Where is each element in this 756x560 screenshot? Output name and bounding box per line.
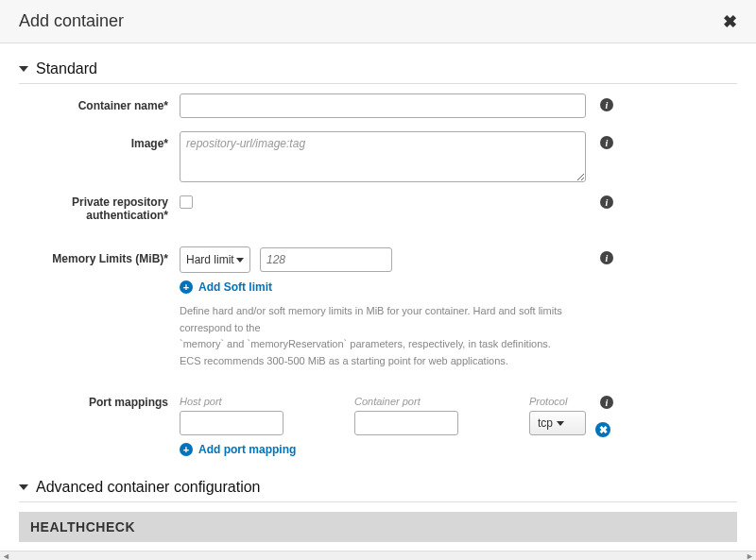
healthcheck-heading: HEALTHCHECK bbox=[19, 512, 737, 542]
section-label: Advanced container configuration bbox=[36, 479, 261, 496]
plus-circle-icon: + bbox=[180, 280, 193, 294]
info-icon[interactable]: i bbox=[600, 195, 613, 209]
add-soft-limit-label: Add Soft limit bbox=[198, 280, 272, 294]
memory-help-text: Define hard and/or soft memory limits in… bbox=[180, 303, 586, 369]
caret-down-icon bbox=[236, 258, 244, 263]
info-icon[interactable]: i bbox=[600, 136, 613, 149]
info-icon[interactable]: i bbox=[600, 98, 613, 111]
row-container-name: Container name* i bbox=[19, 93, 737, 118]
container-port-input[interactable] bbox=[354, 411, 458, 435]
row-private-repo: Private repository authentication* i bbox=[19, 195, 737, 222]
label-image: Image* bbox=[19, 131, 180, 150]
label-container-name: Container name* bbox=[19, 93, 180, 112]
container-port-label: Container port bbox=[354, 396, 510, 407]
row-port-mappings: Port mappings Host port Container port P… bbox=[19, 396, 737, 456]
row-memory: Memory Limits (MiB)* Hard limit i + Add … bbox=[19, 246, 737, 369]
memory-limit-type-select[interactable]: Hard limit bbox=[180, 246, 250, 273]
dialog-title: Add container bbox=[19, 11, 124, 31]
dialog-content: Standard Container name* i Image* i Priv… bbox=[0, 43, 756, 560]
caret-down-icon bbox=[19, 484, 28, 490]
close-icon[interactable]: ✖ bbox=[723, 13, 737, 30]
remove-port-mapping-icon[interactable]: ✖ bbox=[595, 422, 610, 437]
protocol-value: tcp bbox=[538, 416, 553, 430]
section-label: Standard bbox=[36, 60, 97, 77]
caret-down-icon bbox=[19, 66, 28, 72]
label-memory: Memory Limits (MiB)* bbox=[19, 246, 180, 265]
info-icon[interactable]: i bbox=[600, 396, 613, 409]
scroll-right-icon[interactable]: ► bbox=[746, 552, 754, 561]
add-port-mapping-label: Add port mapping bbox=[198, 443, 296, 456]
private-repo-checkbox[interactable] bbox=[180, 195, 193, 209]
add-soft-limit-button[interactable]: + Add Soft limit bbox=[180, 280, 737, 294]
container-name-input[interactable] bbox=[180, 93, 586, 118]
row-image: Image* i bbox=[19, 131, 737, 182]
host-port-label: Host port bbox=[180, 396, 335, 407]
horizontal-scrollbar[interactable]: ◄ ► bbox=[0, 551, 756, 560]
info-icon[interactable]: i bbox=[600, 251, 613, 264]
section-toggle-advanced[interactable]: Advanced container configuration bbox=[19, 473, 737, 502]
protocol-label: Protocol bbox=[529, 396, 586, 407]
section-toggle-standard[interactable]: Standard bbox=[19, 55, 737, 84]
add-port-mapping-button[interactable]: + Add port mapping bbox=[180, 443, 737, 456]
scroll-left-icon[interactable]: ◄ bbox=[2, 552, 10, 561]
host-port-input[interactable] bbox=[180, 411, 284, 435]
label-port-mappings: Port mappings bbox=[19, 396, 180, 409]
memory-value-input[interactable] bbox=[260, 247, 392, 272]
image-input[interactable] bbox=[180, 131, 586, 182]
protocol-select[interactable]: tcp bbox=[529, 411, 586, 435]
dialog-header: Add container ✖ bbox=[0, 0, 756, 43]
caret-down-icon bbox=[557, 421, 564, 426]
plus-circle-icon: + bbox=[180, 443, 193, 456]
memory-limit-type-value: Hard limit bbox=[186, 253, 234, 266]
label-private-repo: Private repository authentication* bbox=[19, 195, 180, 222]
